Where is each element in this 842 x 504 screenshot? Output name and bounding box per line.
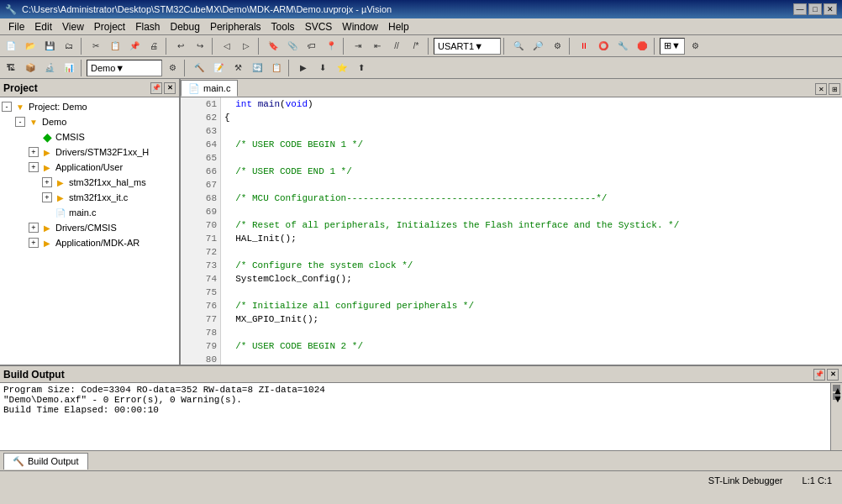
tree-item[interactable]: +▶Application/MDK-AR xyxy=(0,235,179,250)
tb-btn3[interactable]: ⚙ xyxy=(548,37,566,55)
tb-print[interactable]: 🖨 xyxy=(145,37,163,55)
tb-btn1[interactable]: 🔍 xyxy=(509,37,528,55)
bottom-tab-build[interactable]: 🔨 Build Output xyxy=(3,453,88,470)
tb-debug1[interactable]: 🔧 xyxy=(613,37,632,55)
tb2-dbg2[interactable]: ⬇ xyxy=(313,59,332,77)
build-scrollbar[interactable]: ▲ ▼ xyxy=(830,383,842,450)
project-close-btn[interactable]: ✕ xyxy=(164,82,176,94)
tree-expand-btn[interactable]: + xyxy=(42,192,52,202)
tb2-batch[interactable]: 📋 xyxy=(267,59,286,77)
tb-bookmark3[interactable]: 🏷 xyxy=(303,37,321,55)
code-line[interactable]: { xyxy=(224,111,839,124)
tb-save[interactable]: 💾 xyxy=(40,37,59,55)
tb-stop[interactable]: ⭕ xyxy=(594,37,613,55)
tree-item[interactable]: +▶Drivers/STM32F1xx_H xyxy=(0,144,179,160)
tree-expand-btn[interactable]: + xyxy=(29,162,39,172)
code-line[interactable]: /* Reset of all peripherals, Initializes… xyxy=(224,218,839,232)
tb-forward[interactable]: ▷ xyxy=(237,37,255,55)
tb-bookmark4[interactable]: 📍 xyxy=(322,37,340,55)
tb-uncomment[interactable]: /* xyxy=(407,37,425,55)
maximize-button[interactable]: □ xyxy=(808,3,822,15)
tb-new[interactable]: 📄 xyxy=(2,37,20,55)
tree-expand-btn[interactable]: + xyxy=(29,238,39,248)
tree-expand-btn[interactable]: + xyxy=(29,223,39,233)
code-line[interactable]: int main(void) xyxy=(224,97,839,111)
close-button[interactable]: ✕ xyxy=(824,3,837,15)
build-output-pin[interactable]: 📌 xyxy=(813,369,825,381)
tb2-translate[interactable]: 📝 xyxy=(209,59,228,77)
code-line[interactable]: /* USER CODE END 1 */ xyxy=(224,165,839,178)
tb-run[interactable]: ⏸ xyxy=(575,37,593,55)
menu-project[interactable]: Project xyxy=(89,19,130,34)
code-line[interactable]: MX_GPIO_Init(); xyxy=(224,312,839,326)
tree-expand-btn[interactable]: - xyxy=(2,102,12,112)
tb-back[interactable]: ◁ xyxy=(218,37,236,55)
tb2-rebuild[interactable]: 🔄 xyxy=(248,59,266,77)
code-content[interactable]: int main(void){ /* USER CODE BEGIN 1 */ … xyxy=(221,97,842,365)
tb2-build[interactable]: 🔨 xyxy=(190,59,208,77)
tree-expand-btn[interactable]: + xyxy=(29,147,39,157)
tree-item[interactable]: -▼Demo xyxy=(0,114,179,129)
code-line[interactable] xyxy=(224,326,839,339)
code-line[interactable] xyxy=(224,124,839,138)
editor-close-btn[interactable]: ✕ xyxy=(815,83,827,95)
tb-open[interactable]: 📂 xyxy=(21,37,39,55)
minimize-button[interactable]: — xyxy=(793,3,807,15)
tb2-build2[interactable]: ⚒ xyxy=(229,59,247,77)
tree-item[interactable]: +▶stm32f1xx_it.c xyxy=(0,190,179,205)
tb-cut[interactable]: ✂ xyxy=(87,37,105,55)
tb-settings[interactable]: ⚙ xyxy=(686,37,704,55)
tree-expand-btn[interactable]: + xyxy=(42,177,52,187)
tb-indent[interactable]: ⇥ xyxy=(349,37,367,55)
code-line[interactable] xyxy=(224,178,839,192)
menu-debug[interactable]: Debug xyxy=(166,19,205,34)
editor-expand-btn[interactable]: ⊞ xyxy=(829,83,840,95)
tree-item[interactable]: +▶stm32f1xx_hal_ms xyxy=(0,175,179,190)
scrollbar-up[interactable]: ▲ xyxy=(833,385,840,391)
tb2-btn4[interactable]: 📊 xyxy=(60,59,78,77)
tb-paste[interactable]: 📌 xyxy=(125,37,144,55)
menu-tools[interactable]: Tools xyxy=(266,19,300,34)
tb-saveall[interactable]: 🗂 xyxy=(60,37,78,55)
code-line[interactable]: /* MCU Configuration--------------------… xyxy=(224,192,839,205)
tb-undo[interactable]: ↩ xyxy=(171,37,190,55)
tb-bookmark2[interactable]: 📎 xyxy=(283,37,302,55)
tb2-dbg1[interactable]: ▶ xyxy=(294,59,313,77)
code-line[interactable]: /* USER CODE BEGIN 2 */ xyxy=(224,339,839,353)
tb2-btn1[interactable]: 🏗 xyxy=(2,59,20,77)
code-view[interactable]: 6162636465666768697071727374757677787980… xyxy=(181,97,842,365)
menu-file[interactable]: File xyxy=(3,19,29,34)
tb2-dbg4[interactable]: ⬆ xyxy=(352,59,371,77)
tb-bookmark[interactable]: 🔖 xyxy=(264,37,282,55)
build-output-close[interactable]: ✕ xyxy=(827,369,839,381)
code-line[interactable] xyxy=(224,245,839,259)
menu-edit[interactable]: Edit xyxy=(29,19,57,34)
code-line[interactable] xyxy=(224,205,839,218)
code-line[interactable]: /* USER CODE BEGIN 1 */ xyxy=(224,138,839,151)
code-line[interactable]: /* Initialize all configured peripherals… xyxy=(224,299,839,312)
project-pin-btn[interactable]: 📌 xyxy=(150,82,162,94)
scrollbar-down[interactable]: ▼ xyxy=(833,393,840,400)
tree-item[interactable]: +▶Application/User xyxy=(0,160,179,175)
tb-indent2[interactable]: ⇤ xyxy=(368,37,387,55)
menu-flash[interactable]: Flash xyxy=(130,19,165,34)
menu-svcs[interactable]: SVCS xyxy=(300,19,338,34)
tb-debug2[interactable]: 🛑 xyxy=(633,37,651,55)
menu-peripherals[interactable]: Peripherals xyxy=(205,19,266,34)
tree-item[interactable]: 📄main.c xyxy=(0,205,179,220)
menu-window[interactable]: Window xyxy=(337,19,383,34)
tab-main-c[interactable]: 📄 main.c xyxy=(181,80,238,97)
tree-item[interactable]: ◆CMSIS xyxy=(0,129,179,144)
menu-view[interactable]: View xyxy=(57,19,89,34)
tb-copy[interactable]: 📋 xyxy=(106,37,124,55)
code-line[interactable]: /* Configure the system clock */ xyxy=(224,259,839,272)
tree-expand-btn[interactable]: - xyxy=(15,117,25,127)
tb2-btn3[interactable]: 🔬 xyxy=(40,59,59,77)
tb2-btn2[interactable]: 📦 xyxy=(21,59,39,77)
usart-dropdown[interactable]: USART1▼ xyxy=(434,38,501,55)
code-line[interactable]: SystemClock_Config(); xyxy=(224,272,839,286)
tb2-settings[interactable]: ⚙ xyxy=(163,59,182,77)
tb2-dbg3[interactable]: ⭐ xyxy=(333,59,351,77)
code-line[interactable]: HAL_Init(); xyxy=(224,232,839,245)
code-line[interactable] xyxy=(224,151,839,165)
